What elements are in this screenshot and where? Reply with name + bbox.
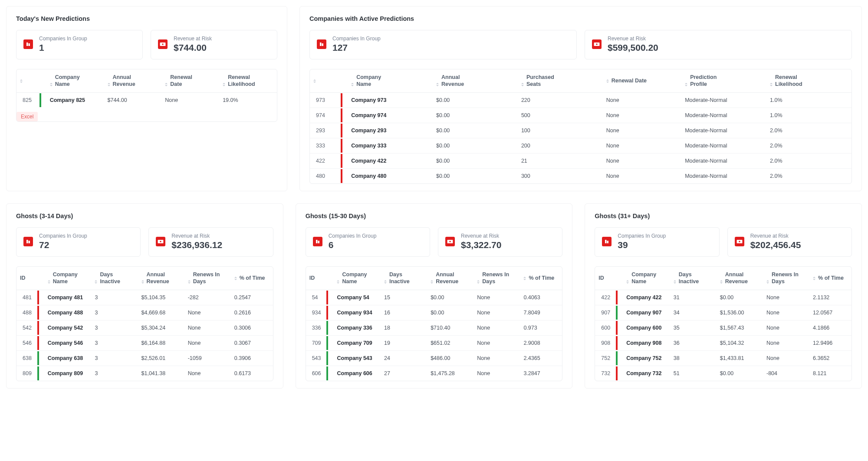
- table-row[interactable]: 825Company 825$744.00None19.0%: [16, 93, 277, 108]
- col-days-inactive[interactable]: Days Inactive: [670, 267, 717, 290]
- cell-days-inactive: 38: [670, 351, 717, 366]
- table-row[interactable]: 907Company 90734$1,536.00None12.0567: [595, 305, 852, 320]
- col-renews-in[interactable]: Renews In Days: [763, 267, 809, 290]
- col-revenue[interactable]: Annual Revenue: [717, 267, 763, 290]
- excel-button[interactable]: Excel: [16, 112, 38, 121]
- table-row[interactable]: 638Company 6383$2,526.01-10590.3906: [16, 351, 273, 366]
- cell-seats: 300: [518, 169, 603, 184]
- table-row[interactable]: 543Company 54324$486.00None2.4365: [306, 351, 562, 366]
- col-revenue[interactable]: Annual Revenue: [138, 267, 184, 290]
- cell-likelihood: 19.0%: [219, 93, 277, 108]
- col-id[interactable]: ID: [16, 267, 37, 290]
- table-row[interactable]: 752Company 75238$1,433.81None6.3652: [595, 351, 852, 366]
- table-row[interactable]: 422Company 422$0.0021NoneModerate-Normal…: [310, 154, 852, 169]
- table-ghosts-3-14: ID Company Name Days Inactive Annual Rev…: [16, 267, 273, 381]
- cell-company: Company 974: [348, 108, 433, 123]
- col-company[interactable]: Company Name: [46, 69, 104, 93]
- cell-company: Company 606: [333, 366, 381, 381]
- money-icon: [158, 39, 168, 49]
- cell-company: Company 422: [623, 290, 670, 305]
- cell-profile: Moderate-Normal: [681, 138, 766, 154]
- col-renews-in[interactable]: Renews In Days: [184, 267, 231, 290]
- table-row[interactable]: 293Company 293$0.00100NoneModerate-Norma…: [310, 123, 852, 138]
- col-likelihood[interactable]: Renewal Likelihood: [219, 69, 277, 93]
- cell-revenue: $1,041.38: [138, 366, 184, 381]
- col-revenue[interactable]: Annual Revenue: [427, 267, 473, 290]
- table-row[interactable]: 481Company 4813$5,104.35-2820.2547: [16, 290, 273, 305]
- money-icon: [592, 39, 602, 49]
- table-row[interactable]: 973Company 973$0.00220NoneModerate-Norma…: [310, 93, 852, 108]
- table-row[interactable]: 600Company 60035$1,567.43None4.1866: [595, 320, 852, 336]
- cell-renews-in: None: [763, 320, 809, 336]
- col-id[interactable]: [310, 69, 341, 93]
- col-days-inactive[interactable]: Days Inactive: [381, 267, 427, 290]
- risk-bar: [37, 305, 44, 320]
- table-row[interactable]: 709Company 70919$651.02None2.9008: [306, 336, 562, 351]
- cell-id: 907: [595, 305, 616, 320]
- table-row[interactable]: 908Company 90836$5,104.32None12.9496: [595, 336, 852, 351]
- cell-likelihood: 1.0%: [766, 93, 852, 108]
- cell-company: Company 908: [623, 336, 670, 351]
- table-row[interactable]: 732Company 73251$0.00-8048.121: [595, 366, 852, 381]
- col-company[interactable]: Company Name: [44, 267, 92, 290]
- cell-company: Company 809: [44, 366, 92, 381]
- col-revenue[interactable]: Annual Revenue: [104, 69, 162, 93]
- cell-profile: Moderate-Normal: [681, 169, 766, 184]
- cell-renewal-date: None: [603, 169, 681, 184]
- money-icon: [156, 237, 165, 246]
- col-company[interactable]: Company Name: [623, 267, 670, 290]
- cell-renews-in: None: [184, 305, 231, 320]
- table-row[interactable]: 54Company 5415$0.00None0.4063: [306, 290, 562, 305]
- stat-label: Revenue at Risk: [461, 233, 501, 239]
- col-renews-in[interactable]: Renews In Days: [473, 267, 520, 290]
- cell-renews-in: None: [473, 290, 520, 305]
- col-id[interactable]: [16, 69, 39, 93]
- table-row[interactable]: 934Company 93416$0.00None7.8049: [306, 305, 562, 320]
- cell-company: Company 934: [333, 305, 381, 320]
- table-row[interactable]: 333Company 333$0.00200NoneModerate-Norma…: [310, 138, 852, 154]
- cell-company: Company 752: [623, 351, 670, 366]
- svg-rect-13: [318, 241, 319, 243]
- stat-value: $202,456.45: [750, 240, 801, 250]
- cell-id: 480: [310, 169, 341, 184]
- companies-icon: [602, 237, 612, 246]
- companies-icon: [317, 39, 326, 49]
- col-id[interactable]: ID: [306, 267, 327, 290]
- cell-company: Company 481: [44, 290, 92, 305]
- stat-value: 39: [618, 240, 666, 250]
- col-company[interactable]: Company Name: [348, 69, 433, 93]
- panel-title-active: Companies with Active Predictions: [309, 15, 852, 22]
- table-row[interactable]: 974Company 974$0.00500NoneModerate-Norma…: [310, 108, 852, 123]
- col-renewal-date[interactable]: Renewal Date: [603, 69, 681, 93]
- col-pct-time[interactable]: % of Time: [809, 267, 852, 290]
- cell-company: Company 542: [44, 320, 92, 336]
- cell-pct-time: 2.1132: [809, 290, 852, 305]
- cell-days-inactive: 36: [670, 336, 717, 351]
- table-row[interactable]: 336Company 33618$710.40None0.973: [306, 320, 562, 336]
- col-pct-time[interactable]: % of Time: [231, 267, 273, 290]
- cell-id: 422: [595, 290, 616, 305]
- col-company[interactable]: Company Name: [333, 267, 381, 290]
- risk-bar: [326, 305, 333, 320]
- table-row[interactable]: 480Company 480$0.00300NoneModerate-Norma…: [310, 169, 852, 184]
- cell-pct-time: 0.2616: [231, 305, 273, 320]
- svg-point-11: [160, 241, 162, 242]
- table-row[interactable]: 422Company 42231$0.00None2.1132: [595, 290, 852, 305]
- table-row[interactable]: 542Company 5423$5,304.24None0.3006: [16, 320, 273, 336]
- col-revenue[interactable]: Annual Revenue: [433, 69, 518, 93]
- cell-renews-in: None: [473, 320, 520, 336]
- cell-revenue: $1,475.28: [427, 366, 473, 381]
- col-pct-time[interactable]: % of Time: [520, 267, 562, 290]
- table-row[interactable]: 809Company 8093$1,041.38None0.6173: [16, 366, 273, 381]
- col-likelihood[interactable]: Renewal Likelihood: [766, 69, 852, 93]
- table-row[interactable]: 606Company 60627$1,475.28None3.2847: [306, 366, 562, 381]
- col-profile[interactable]: Prediction Profile: [681, 69, 766, 93]
- col-id[interactable]: ID: [595, 267, 616, 290]
- col-days-inactive[interactable]: Days Inactive: [91, 267, 138, 290]
- table-row[interactable]: 488Company 4883$4,669.68None0.2616: [16, 305, 273, 320]
- table-row[interactable]: 546Company 5463$6,164.88None0.3067: [16, 336, 273, 351]
- risk-bar: [616, 290, 623, 305]
- col-renewal-date[interactable]: Renewal Date: [161, 69, 219, 93]
- cell-revenue: $0.00: [717, 290, 763, 305]
- col-seats[interactable]: Purchased Seats: [518, 69, 603, 93]
